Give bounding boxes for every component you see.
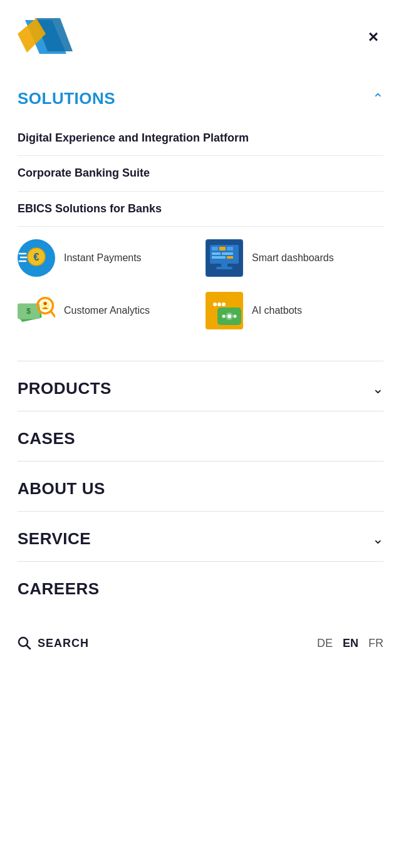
svg-rect-11	[212, 247, 218, 251]
products-label: PRODUCTS	[18, 379, 112, 398]
customer-analytics-label: Customer Analytics	[64, 304, 150, 318]
cases-header[interactable]: CASES	[18, 411, 383, 461]
svg-marker-32	[209, 314, 217, 320]
cases-section: CASES	[18, 411, 383, 461]
header: ×	[0, 0, 401, 71]
svg-point-30	[217, 302, 221, 306]
svg-rect-13	[227, 247, 233, 251]
customer-analytics-icon: $	[18, 292, 55, 329]
svg-rect-19	[216, 267, 232, 269]
svg-point-27	[43, 302, 46, 305]
solutions-header[interactable]: SOLUTIONS ⌃	[18, 71, 383, 121]
products-chevron-icon: ⌄	[372, 381, 383, 397]
service-section: SERVICE ⌄	[18, 511, 383, 561]
ai-chatbots-label: AI chatbots	[252, 304, 302, 318]
solutions-chevron-icon: ⌃	[372, 91, 383, 107]
instant-payments-item[interactable]: € Instant Payments	[18, 239, 195, 277]
corporate-banking-item[interactable]: Corporate Banking Suite	[18, 156, 383, 191]
solutions-label: SOLUTIONS	[18, 89, 115, 108]
ebics-solutions-label: EBICS Solutions for Banks	[18, 202, 162, 216]
svg-rect-14	[212, 252, 221, 255]
logo[interactable]	[18, 15, 74, 59]
service-chevron-icon: ⌄	[372, 531, 383, 547]
products-header[interactable]: PRODUCTS ⌄	[18, 361, 383, 411]
ai-chatbots-icon	[206, 292, 243, 329]
careers-label: CAREERS	[18, 579, 100, 599]
corporate-banking-label: Corporate Banking Suite	[18, 166, 150, 180]
language-selector: DE EN FR	[317, 637, 383, 650]
digital-experience-label: Digital Experience and Integration Platf…	[18, 131, 249, 145]
svg-point-31	[222, 302, 226, 306]
smart-dashboards-icon	[206, 239, 243, 277]
careers-section: CAREERS	[18, 561, 383, 611]
about-label: ABOUT US	[18, 479, 105, 499]
svg-rect-16	[212, 256, 226, 259]
about-header[interactable]: ABOUT US	[18, 462, 383, 511]
svg-rect-15	[222, 252, 233, 255]
lang-de[interactable]: DE	[317, 637, 333, 650]
search-area[interactable]: SEARCH	[18, 636, 89, 650]
svg-rect-17	[227, 256, 233, 259]
smart-dashboards-label: Smart dashboards	[252, 252, 334, 265]
ebics-solutions-item[interactable]: EBICS Solutions for Banks	[18, 192, 383, 227]
features-grid: € Instant Payments	[18, 227, 383, 348]
products-section: PRODUCTS ⌄	[18, 361, 383, 411]
solutions-content: Digital Experience and Integration Platf…	[18, 121, 383, 361]
cases-label: CASES	[18, 429, 75, 448]
customer-analytics-item[interactable]: $ Customer Analytics	[18, 292, 195, 329]
svg-point-35	[227, 314, 231, 318]
svg-point-36	[222, 315, 226, 318]
ai-chatbots-item[interactable]: AI chatbots	[206, 292, 383, 329]
svg-point-29	[213, 302, 217, 306]
svg-text:$: $	[26, 307, 31, 316]
lang-fr[interactable]: FR	[368, 637, 383, 650]
svg-text:€: €	[34, 252, 39, 262]
svg-line-26	[51, 311, 55, 317]
service-label: SERVICE	[18, 529, 91, 549]
service-header[interactable]: SERVICE ⌄	[18, 512, 383, 561]
careers-header[interactable]: CAREERS	[18, 562, 383, 611]
instant-payments-label: Instant Payments	[64, 252, 142, 265]
svg-line-39	[27, 646, 31, 649]
about-section: ABOUT US	[18, 461, 383, 511]
instant-payments-icon: €	[18, 239, 55, 277]
svg-rect-12	[219, 247, 226, 251]
lang-en[interactable]: EN	[343, 637, 358, 650]
search-icon	[18, 636, 31, 650]
close-button[interactable]: ×	[363, 26, 383, 48]
nav-footer: SEARCH DE EN FR	[0, 636, 401, 675]
main-nav: SOLUTIONS ⌃ Digital Experience and Integ…	[0, 71, 401, 611]
smart-dashboards-item[interactable]: Smart dashboards	[206, 239, 383, 277]
search-label: SEARCH	[38, 637, 89, 650]
digital-experience-item[interactable]: Digital Experience and Integration Platf…	[18, 121, 383, 156]
solutions-section: SOLUTIONS ⌃ Digital Experience and Integ…	[18, 71, 383, 361]
svg-point-37	[234, 315, 237, 318]
